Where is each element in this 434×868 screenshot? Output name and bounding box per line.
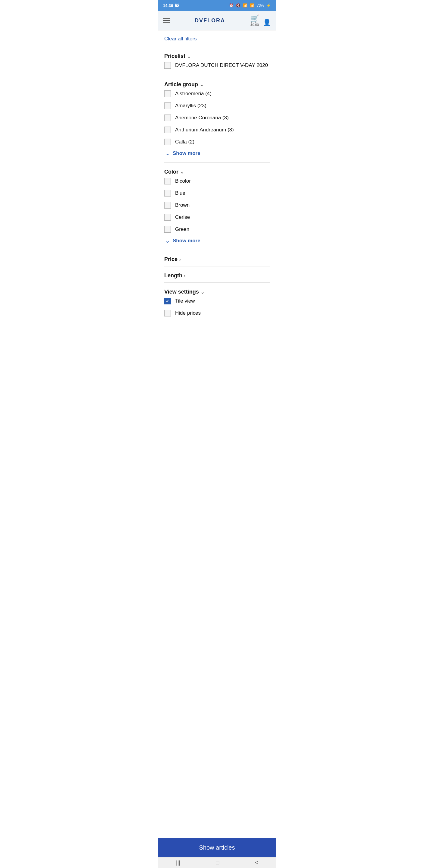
color-item-2[interactable]: Brown xyxy=(164,199,270,211)
color-show-more[interactable]: ⌄ Show more xyxy=(164,236,270,246)
status-time: 14:36 🖼 xyxy=(163,3,179,8)
article-group-checkbox-2[interactable] xyxy=(164,115,171,121)
article-group-item-4[interactable]: Calla (2) xyxy=(164,136,270,148)
cart-price: $0.00 xyxy=(250,23,259,27)
length-chevron-right: › xyxy=(184,273,186,278)
clear-all-filters-link[interactable]: Clear all filters xyxy=(164,30,270,45)
app-logo: DVFLORA xyxy=(195,18,225,24)
color-item-label-1: Blue xyxy=(175,190,185,196)
color-item-label-0: Bicolor xyxy=(175,178,191,184)
article-group-item-label-4: Calla (2) xyxy=(175,139,194,145)
battery-icon: ⚡ xyxy=(267,3,271,7)
price-title[interactable]: Price › xyxy=(164,256,270,262)
app-header: DVFLORA 🛒 $0.00 👤 xyxy=(158,11,276,30)
article-group-chevron-down: ⌄ xyxy=(200,82,204,87)
divider-1 xyxy=(164,47,270,47)
photo-icon: 🖼 xyxy=(175,3,179,8)
divider-2 xyxy=(164,75,270,75)
status-icons: ⏰ 🔇 📶 📶 73% ⚡ xyxy=(229,3,271,7)
view-settings-title[interactable]: View settings ⌄ xyxy=(164,289,270,295)
color-checkbox-1[interactable] xyxy=(164,190,171,196)
show-more-chevron-article: ⌄ xyxy=(164,150,170,156)
view-settings-checkbox-0[interactable] xyxy=(164,298,171,304)
article-group-show-more-label: Show more xyxy=(173,150,200,156)
pricelist-chevron-down: ⌄ xyxy=(187,54,191,59)
view-settings-label: View settings xyxy=(164,289,199,295)
show-more-chevron-color: ⌄ xyxy=(164,238,170,244)
color-item-1[interactable]: Blue xyxy=(164,187,270,199)
mute-icon: 🔇 xyxy=(236,3,241,7)
view-settings-checkbox-1[interactable] xyxy=(164,310,171,316)
view-settings-item-1[interactable]: Hide prices xyxy=(164,307,270,319)
length-section: Length › xyxy=(164,268,270,281)
article-group-item-2[interactable]: Anemone Coronaria (3) xyxy=(164,112,270,124)
user-icon[interactable]: 👤 xyxy=(263,19,271,27)
article-group-checkbox-1[interactable] xyxy=(164,102,171,109)
price-section: Price › xyxy=(164,251,270,265)
view-settings-chevron-down: ⌄ xyxy=(201,290,204,294)
length-label: Length xyxy=(164,273,182,279)
nav-home-button[interactable]: □ xyxy=(216,860,219,866)
view-settings-item-0[interactable]: Tile view xyxy=(164,295,270,307)
color-item-0[interactable]: Bicolor xyxy=(164,175,270,187)
pricelist-item-label-0: DVFLORA DUTCH DIRECT V-DAY 2020 xyxy=(175,62,268,68)
cart-icon-wrap[interactable]: 🛒 $0.00 xyxy=(250,14,259,27)
color-section: Color ⌄ Bicolor Blue Brown Cerise Green … xyxy=(164,164,270,249)
time-display: 14:36 xyxy=(163,3,173,8)
pricelist-section: Pricelist ⌄ DVFLORA DUTCH DIRECT V-DAY 2… xyxy=(164,48,270,74)
color-checkbox-2[interactable] xyxy=(164,202,171,209)
length-title[interactable]: Length › xyxy=(164,273,270,279)
article-group-checkbox-3[interactable] xyxy=(164,127,171,133)
filter-content: Clear all filters Pricelist ⌄ DVFLORA DU… xyxy=(158,30,276,346)
color-item-4[interactable]: Green xyxy=(164,223,270,236)
header-cart-section: 🛒 $0.00 👤 xyxy=(250,14,271,27)
article-group-item-label-1: Amaryllis (23) xyxy=(175,103,207,109)
color-title[interactable]: Color ⌄ xyxy=(164,169,270,175)
battery-display: 73% xyxy=(257,3,264,7)
article-group-checkbox-4[interactable] xyxy=(164,138,171,145)
color-checkbox-0[interactable] xyxy=(164,178,171,184)
article-group-item-label-2: Anemone Coronaria (3) xyxy=(175,115,229,121)
article-group-item-label-0: Alstroemeria (4) xyxy=(175,91,212,97)
pricelist-label: Pricelist xyxy=(164,53,185,59)
view-settings-section: View settings ⌄ Tile view Hide prices xyxy=(164,284,270,321)
color-item-label-4: Green xyxy=(175,226,189,232)
status-bar: 14:36 🖼 ⏰ 🔇 📶 📶 73% ⚡ xyxy=(158,0,276,11)
divider-6 xyxy=(164,282,270,283)
article-group-item-label-3: Anthurium Andreanum (3) xyxy=(175,127,234,133)
color-checkbox-3[interactable] xyxy=(164,214,171,221)
color-label: Color xyxy=(164,169,179,175)
pricelist-checkbox-0[interactable] xyxy=(164,62,171,69)
view-settings-item-label-1: Hide prices xyxy=(175,310,201,316)
divider-4 xyxy=(164,250,270,250)
color-item-label-2: Brown xyxy=(175,202,190,208)
signal-icon: 📶 xyxy=(250,3,254,7)
article-group-item-3[interactable]: Anthurium Andreanum (3) xyxy=(164,124,270,136)
article-group-checkbox-0[interactable] xyxy=(164,90,171,97)
article-group-item-1[interactable]: Amaryllis (23) xyxy=(164,100,270,112)
divider-3 xyxy=(164,162,270,163)
color-item-label-3: Cerise xyxy=(175,214,190,220)
price-chevron-right: › xyxy=(179,257,181,262)
nav-menu-button[interactable]: ||| xyxy=(176,860,180,866)
article-group-title[interactable]: Article group ⌄ xyxy=(164,82,270,88)
color-show-more-label: Show more xyxy=(173,238,200,244)
alarm-icon: ⏰ xyxy=(229,3,234,7)
article-group-section: Article group ⌄ Alstroemeria (4) Amaryll… xyxy=(164,76,270,161)
color-checkbox-4[interactable] xyxy=(164,226,171,233)
article-group-show-more[interactable]: ⌄ Show more xyxy=(164,148,270,159)
nav-back-button[interactable]: < xyxy=(255,860,258,866)
hamburger-menu[interactable] xyxy=(163,19,170,23)
divider-5 xyxy=(164,266,270,267)
article-group-label: Article group xyxy=(164,82,198,88)
article-group-item-0[interactable]: Alstroemeria (4) xyxy=(164,88,270,100)
show-articles-button[interactable]: Show articles xyxy=(158,838,276,857)
wifi-icon: 📶 xyxy=(243,3,247,7)
pricelist-title[interactable]: Pricelist ⌄ xyxy=(164,53,270,59)
pricelist-item-0[interactable]: DVFLORA DUTCH DIRECT V-DAY 2020 xyxy=(164,59,270,71)
bottom-navigation: ||| □ < xyxy=(158,857,276,868)
view-settings-item-label-0: Tile view xyxy=(175,298,195,304)
price-label: Price xyxy=(164,256,178,262)
color-item-3[interactable]: Cerise xyxy=(164,211,270,223)
cart-icon[interactable]: 🛒 xyxy=(250,14,259,23)
